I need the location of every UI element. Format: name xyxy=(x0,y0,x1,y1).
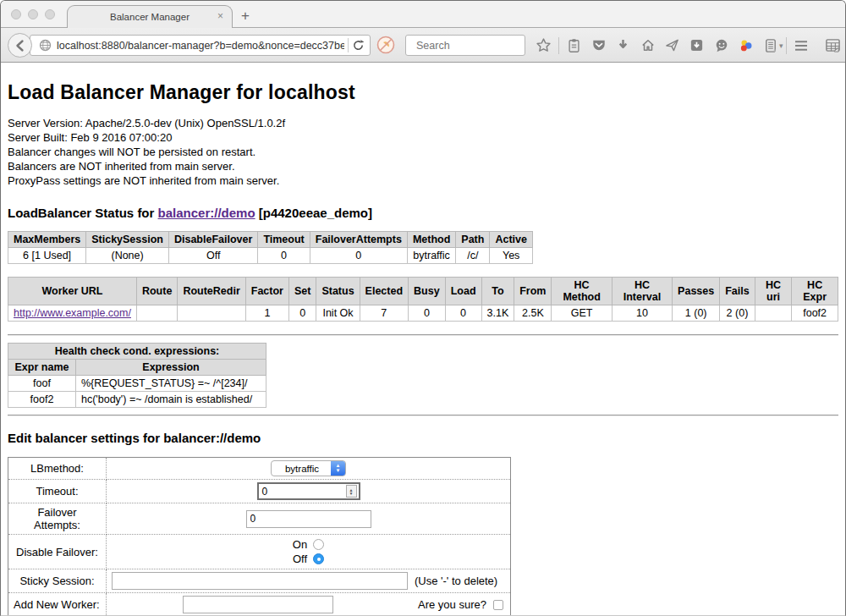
sticky-session-input[interactable] xyxy=(112,572,408,590)
form-row-add-worker: Add New Worker: Are you sure? xyxy=(8,593,511,616)
cell-failoverattempts: 0 xyxy=(310,248,407,264)
section-divider xyxy=(8,415,838,416)
save-to-box-button[interactable] xyxy=(684,33,709,58)
timeout-label: Timeout: xyxy=(8,480,107,503)
tab-title: Balancer Manager xyxy=(110,12,190,22)
add-worker-input[interactable] xyxy=(183,596,333,613)
cell-factor: 1 xyxy=(245,305,288,322)
clipboard-icon xyxy=(567,38,581,53)
number-stepper-icon[interactable]: ▲▼ xyxy=(346,485,357,498)
cell-set: 0 xyxy=(288,305,316,322)
send-icon xyxy=(665,38,679,52)
col-maxmembers: MaxMembers xyxy=(8,232,86,248)
are-you-sure-label: Are you sure? xyxy=(418,598,486,611)
table-header-row: MaxMembers StickySession DisableFailover… xyxy=(8,232,533,248)
cell-elected: 7 xyxy=(360,305,408,322)
table-row: 6 [1 Used] (None) Off 0 0 bytraffic /c/ … xyxy=(8,248,533,264)
tab-balancer-manager[interactable]: Balancer Manager × xyxy=(67,5,233,28)
status-heading-suffix: [p4420eeae_demo] xyxy=(255,206,372,220)
server-built: Server Built: Feb 9 2016 07:00:20 xyxy=(8,130,838,145)
col-hc-method: HC Method xyxy=(552,278,612,305)
back-button[interactable] xyxy=(8,33,32,58)
tab-grid-button[interactable] xyxy=(821,33,845,58)
pocket-button[interactable] xyxy=(586,33,611,58)
star-icon xyxy=(536,37,552,53)
list-panel-icon xyxy=(764,38,777,53)
col-expr-name: Expr name xyxy=(8,360,76,376)
chevron-down-icon[interactable]: ▾ xyxy=(779,41,783,50)
cell-to: 3.1K xyxy=(481,305,514,322)
col-factor: Factor xyxy=(245,278,288,305)
worker-url-link[interactable]: http://www.example.com/ xyxy=(14,307,131,319)
notice-inherit: Balancers are NOT inherited from main se… xyxy=(8,159,838,173)
browser-window: Balancer Manager × + xyxy=(0,0,846,616)
menu-button[interactable] xyxy=(789,33,814,58)
cell-stickysession: (None) xyxy=(86,248,169,264)
failover-attempts-input[interactable] xyxy=(246,510,371,528)
timeout-input[interactable]: 0 ▲▼ xyxy=(257,482,360,500)
cell-routeredir xyxy=(178,305,245,322)
section-divider xyxy=(8,334,838,336)
cell-hc-method: GET xyxy=(552,305,612,322)
cell-fails: 2 (0) xyxy=(720,305,755,322)
url-divider xyxy=(348,38,349,52)
new-tab-button[interactable]: + xyxy=(241,8,250,25)
col-elected: Elected xyxy=(360,278,408,305)
failover-on-radio[interactable] xyxy=(313,539,324,550)
col-fails: Fails xyxy=(720,278,755,305)
col-set: Set xyxy=(288,278,316,305)
notice-proxypass: ProxyPass settings are NOT inherited fro… xyxy=(8,173,838,188)
menu-icon xyxy=(794,40,809,52)
url-input[interactable] xyxy=(57,40,344,52)
toolbar-divider xyxy=(558,37,559,54)
cell-hc-expr: foof2 xyxy=(792,305,838,322)
col-hc-interval: HC Interval xyxy=(612,278,672,305)
cell-hc-interval: 10 xyxy=(612,305,672,322)
search-bar[interactable] xyxy=(405,35,525,56)
toolbar-buttons: ▾ xyxy=(531,28,845,63)
lbmethod-select[interactable]: bytraffic ▲▼ xyxy=(271,460,346,476)
block-icon[interactable] xyxy=(376,36,395,54)
cell-timeout: 0 xyxy=(258,248,310,264)
cell-status: Init Ok xyxy=(316,305,360,322)
reload-icon[interactable] xyxy=(352,39,365,52)
window-controls xyxy=(11,9,55,19)
cell-route xyxy=(136,305,177,322)
minimize-window-button[interactable] xyxy=(28,9,38,19)
save-box-icon xyxy=(689,38,704,52)
col-from: From xyxy=(514,278,552,305)
tab-close-icon[interactable]: × xyxy=(217,10,223,22)
balancer-demo-link[interactable]: balancer://demo xyxy=(158,206,255,220)
col-active: Active xyxy=(490,232,533,248)
share-button[interactable] xyxy=(660,33,684,58)
download-icon xyxy=(616,38,630,52)
url-bar[interactable] xyxy=(30,35,371,56)
cell-expr-name: foof xyxy=(8,376,76,392)
zoom-window-button[interactable] xyxy=(45,9,55,19)
edit-balancer-form: LBmethod: bytraffic ▲▼ Timeout: 0 ▲▼ xyxy=(8,457,511,616)
bookmarks-menu-button[interactable] xyxy=(562,33,586,58)
colored-dots-icon xyxy=(739,38,754,53)
table-header-row: Expr name Expression xyxy=(8,360,266,376)
col-route: Route xyxy=(136,278,177,305)
cell-path: /c/ xyxy=(456,248,490,264)
col-passes: Passes xyxy=(673,278,720,305)
cell-load: 0 xyxy=(445,305,481,322)
col-hc-expr: HC Expr xyxy=(792,278,838,305)
failover-off-radio[interactable] xyxy=(313,553,324,564)
worker-row: http://www.example.com/ 1 0 Init Ok 7 0 … xyxy=(8,305,838,322)
hello-button[interactable] xyxy=(733,33,758,58)
downloads-button[interactable] xyxy=(611,33,635,58)
bookmark-star-button[interactable] xyxy=(531,33,556,58)
edit-settings-heading: Edit balancer settings for balancer://de… xyxy=(8,431,838,445)
close-window-button[interactable] xyxy=(11,9,21,19)
form-row-disable-failover: Disable Failover: On Off xyxy=(8,535,511,569)
sticky-hint: (Use '-' to delete) xyxy=(415,575,497,587)
are-you-sure-checkbox[interactable] xyxy=(493,600,503,610)
col-method: Method xyxy=(407,232,455,248)
globe-icon[interactable] xyxy=(39,39,52,52)
chat-button[interactable] xyxy=(709,33,733,58)
tab-bar: Balancer Manager × + xyxy=(1,1,845,28)
home-button[interactable] xyxy=(635,33,660,58)
health-title-row: Health check cond. expressions: xyxy=(8,344,266,360)
